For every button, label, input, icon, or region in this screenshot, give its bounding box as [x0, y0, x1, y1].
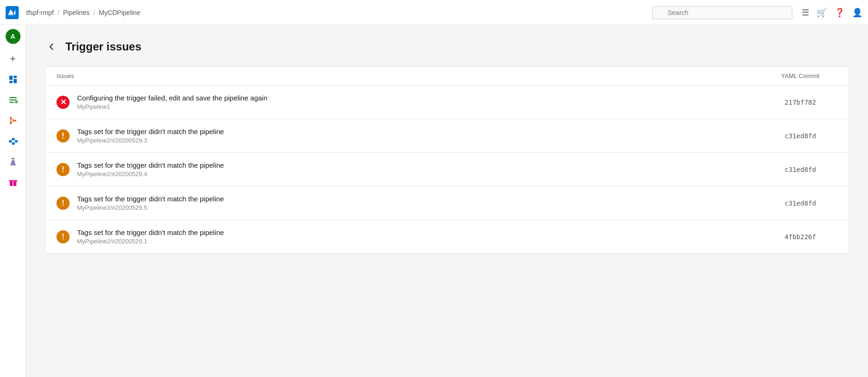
- svg-rect-17: [15, 140, 18, 142]
- svg-rect-7: [9, 102, 14, 103]
- content-area: Trigger issues Issues YAML Commit ✕ Conf…: [26, 25, 868, 377]
- breadcrumb-pipelines[interactable]: Pipelines: [63, 9, 90, 16]
- issue-subtitle: MyPipeline1: [77, 103, 763, 110]
- table-row: ! Tags set for the trigger didn't match …: [45, 186, 849, 220]
- page-header: Trigger issues: [45, 40, 849, 53]
- svg-line-18: [11, 139, 12, 142]
- breadcrumb-pipeline-name[interactable]: MyCDPipeline: [99, 9, 141, 16]
- help-icon[interactable]: ❓: [834, 7, 845, 18]
- svg-rect-14: [9, 140, 11, 142]
- issue-subtitle: MyPipeline2/#20200529.4: [77, 171, 763, 178]
- notifications-icon[interactable]: ☰: [802, 7, 809, 18]
- dashboard-icon: [8, 75, 18, 84]
- issue-commit: c31ed8fd: [763, 132, 838, 140]
- table-header: Issues YAML Commit: [45, 67, 849, 85]
- topbar: tfspf-rmpf / Pipelines / MyCDPipeline 🔍 …: [0, 0, 868, 25]
- azure-devops-logo: [6, 6, 19, 19]
- warning-icon: !: [56, 197, 70, 210]
- breadcrumb-sep1: /: [57, 9, 59, 16]
- issue-commit: c31ed8fd: [763, 166, 838, 173]
- breadcrumb: tfspf-rmpf / Pipelines / MyCDPipeline: [26, 9, 140, 16]
- back-button[interactable]: [45, 40, 58, 53]
- basket-icon[interactable]: 🛒: [817, 7, 827, 18]
- col-issues-label: Issues: [56, 72, 763, 79]
- svg-point-8: [10, 117, 12, 119]
- page-title: Trigger issues: [65, 40, 141, 53]
- issue-title: Configuring the trigger failed, edit and…: [77, 94, 763, 102]
- svg-rect-15: [12, 138, 14, 140]
- issue-commit: 4fbb226f: [763, 233, 838, 241]
- sidebar-item-artifacts[interactable]: [4, 173, 22, 192]
- settings-account-icon[interactable]: 👤: [852, 7, 862, 18]
- issue-content: Tags set for the trigger didn't match th…: [77, 195, 763, 211]
- pipelines-icon: [8, 136, 18, 146]
- svg-point-9: [10, 122, 12, 124]
- artifacts-icon: [8, 178, 18, 187]
- sidebar: A +: [0, 25, 26, 377]
- svg-rect-6: [9, 100, 17, 100]
- svg-line-20: [14, 139, 15, 142]
- svg-rect-16: [12, 142, 14, 145]
- svg-rect-3: [9, 81, 13, 83]
- svg-rect-5: [9, 97, 17, 98]
- issue-title: Tags set for the trigger didn't match th…: [77, 128, 763, 135]
- svg-rect-2: [14, 76, 17, 78]
- svg-line-13: [11, 121, 14, 122]
- test-icon: [8, 157, 18, 166]
- issue-subtitle: MyPipeline2/#20200529.1: [77, 238, 763, 245]
- warning-icon: !: [56, 163, 70, 176]
- breadcrumb-org[interactable]: tfspf-rmpf: [26, 9, 54, 16]
- sidebar-item-boards[interactable]: [4, 91, 22, 109]
- svg-line-21: [14, 142, 15, 144]
- issue-title: Tags set for the trigger didn't match th…: [77, 161, 763, 169]
- svg-rect-1: [9, 76, 13, 80]
- issue-content: Tags set for the trigger didn't match th…: [77, 128, 763, 144]
- warning-icon: !: [56, 230, 70, 243]
- repos-icon: [8, 116, 18, 125]
- svg-line-19: [11, 142, 12, 144]
- issue-commit: 217bf782: [763, 99, 838, 106]
- error-icon: ✕: [56, 96, 70, 109]
- svg-point-10: [14, 120, 16, 121]
- table-row: ! Tags set for the trigger didn't match …: [45, 153, 849, 186]
- table-row: ✕ Configuring the trigger failed, edit a…: [45, 85, 849, 119]
- search-input[interactable]: [652, 6, 792, 19]
- main-layout: A +: [0, 25, 868, 377]
- table-row: ! Tags set for the trigger didn't match …: [45, 119, 849, 153]
- add-button[interactable]: +: [4, 50, 22, 68]
- issues-table: Issues YAML Commit ✕ Configuring the tri…: [45, 66, 849, 254]
- table-row: ! Tags set for the trigger didn't match …: [45, 220, 849, 253]
- breadcrumb-sep2: /: [93, 9, 95, 16]
- col-yaml-label: YAML Commit: [763, 72, 838, 79]
- topbar-actions: ☰ 🛒 ❓ 👤: [802, 7, 862, 18]
- issue-content: Configuring the trigger failed, edit and…: [77, 94, 763, 110]
- issue-title: Tags set for the trigger didn't match th…: [77, 195, 763, 203]
- warning-icon: !: [56, 129, 70, 142]
- issue-title: Tags set for the trigger didn't match th…: [77, 228, 763, 236]
- sidebar-item-dashboard[interactable]: [4, 70, 22, 89]
- sidebar-item-test[interactable]: [4, 152, 22, 171]
- svg-rect-4: [14, 79, 17, 83]
- issue-subtitle: MyPipeline2/#20200529.3: [77, 137, 763, 144]
- issue-subtitle: MyPipeline2/#20200529.5: [77, 204, 763, 211]
- issue-content: Tags set for the trigger didn't match th…: [77, 161, 763, 178]
- issue-content: Tags set for the trigger didn't match th…: [77, 228, 763, 245]
- avatar[interactable]: A: [6, 29, 21, 44]
- sidebar-item-repos[interactable]: [4, 111, 22, 130]
- issue-commit: c31ed8fd: [763, 199, 838, 207]
- sidebar-item-pipelines[interactable]: [4, 132, 22, 150]
- svg-line-12: [11, 119, 14, 121]
- boards-icon: [8, 95, 18, 105]
- back-arrow-icon: [47, 42, 56, 51]
- search-container: 🔍: [652, 6, 792, 19]
